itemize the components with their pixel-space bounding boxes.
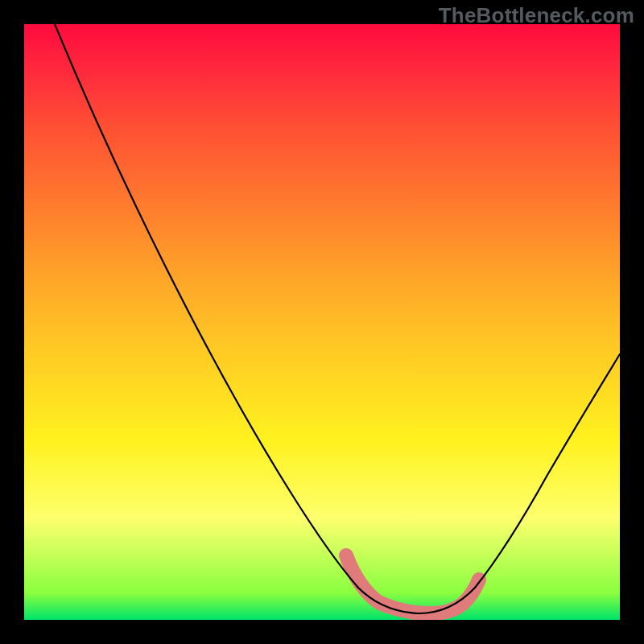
chart-frame: TheBottleneck.com — [0, 0, 644, 644]
bottleneck-curve-svg — [24, 24, 620, 620]
watermark-text: TheBottleneck.com — [439, 3, 634, 28]
minimum-highlight-arc — [346, 555, 479, 613]
plot-area — [24, 24, 620, 620]
bottleneck-curve-line — [55, 24, 620, 613]
